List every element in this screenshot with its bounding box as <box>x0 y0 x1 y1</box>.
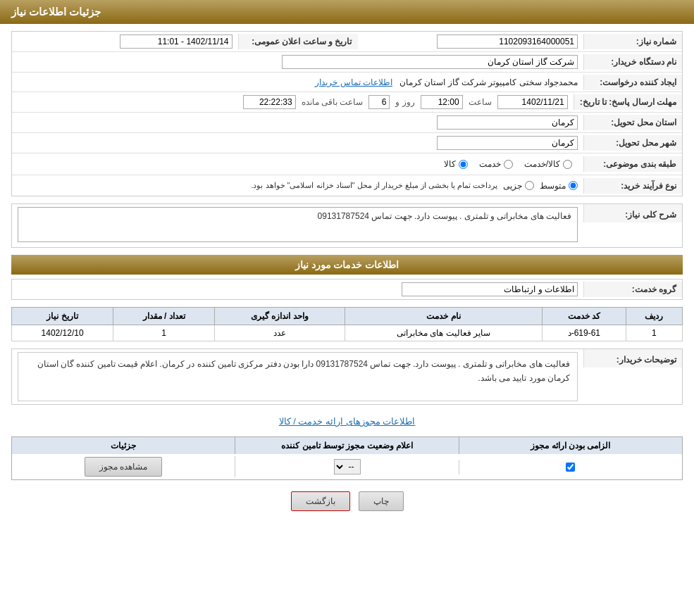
td-row: 1 <box>626 325 682 341</box>
print-button[interactable]: چاپ <box>359 491 404 511</box>
deadline-remaining-label: ساعت باقی مانده <box>302 97 364 107</box>
deadline-remaining-input[interactable] <box>243 95 296 109</box>
perm-status-cell: -- <box>235 456 458 477</box>
row-purchase-type: نوع فرآیند خرید: متوسط جزیی پرداخت تمام … <box>12 175 682 196</box>
buyer-desc-value: فعالیت های مخابراتی و تلمتری . پیوست دار… <box>12 349 583 404</box>
buyer-station-value <box>12 52 583 72</box>
services-section-title: اطلاعات خدمات مورد نیاز <box>11 255 683 275</box>
row-service-group: گروه خدمت: <box>12 279 682 299</box>
province-label: استان محل تحویل: <box>583 115 682 130</box>
need-desc-textarea[interactable]: فعالیت های مخابراتی و تلمتری . پیوست دار… <box>18 207 578 242</box>
date-input[interactable] <box>120 34 233 49</box>
col-date: تاریخ نیاز <box>12 308 113 325</box>
back-button[interactable]: بازگشت <box>291 491 350 511</box>
col-unit: واحد اندازه گیری <box>215 308 345 325</box>
radio-khedmat[interactable]: خدمت <box>479 159 513 169</box>
perm-col-required: الزامی بودن ارائه مجوز <box>459 437 682 454</box>
province-value <box>12 113 583 132</box>
table-row: 1619-61-دسایر فعالیت های مخابراتیعدد1140… <box>12 325 683 341</box>
services-table: ردیف کد خدمت نام خدمت واحد اندازه گیری ت… <box>11 307 683 341</box>
buyer-station-input[interactable] <box>282 55 578 69</box>
permits-section-title[interactable]: اطلاعات مجوزهای ارائه خدمت / کالا <box>11 412 683 431</box>
requester-value: محمدجواد سختی کامپیوتر شرکت گاز استان کر… <box>12 75 583 90</box>
deadline-label: مهلت ارسال پاسخ: تا تاریخ: <box>574 94 682 110</box>
requester-text: محمدجواد سختی کامپیوتر شرکت گاز استان کر… <box>399 77 578 87</box>
view-permit-button[interactable]: مشاهده مجوز <box>85 457 162 477</box>
deadline-days-input[interactable] <box>368 95 390 109</box>
page-wrapper: جزئیات اطلاعات نیاز شماره نیاز: تاریخ و … <box>0 0 694 616</box>
radio-jozii[interactable]: جزیی <box>503 181 534 191</box>
row-deadline: مهلت ارسال پاسخ: تا تاریخ: ساعت روز و سا… <box>12 92 682 113</box>
need-desc-section: شرح کلی نیاز: فعالیت های مخابراتی و تلمت… <box>11 203 683 248</box>
buyer-desc-box: فعالیت های مخابراتی و تلمتری . پیوست دار… <box>18 352 578 401</box>
deadline-date-input[interactable] <box>497 95 568 109</box>
perm-col-status: اعلام وضعیت مجوز توسط تامین کننده <box>235 437 458 454</box>
deadline-time-label: ساعت <box>469 97 492 107</box>
row-category: طبقه بندی موضوعی: کالا/خدمت خدمت کالا <box>12 153 682 175</box>
permits-section: الزامی بودن ارائه مجوز اعلام وضعیت مجوز … <box>11 436 683 480</box>
service-group-input[interactable] <box>402 282 578 296</box>
province-input[interactable] <box>437 115 578 130</box>
row-buyer-station: نام دستگاه خریدار: <box>12 52 682 73</box>
perm-col-details: جزئیات <box>12 437 235 454</box>
services-data-table: ردیف کد خدمت نام خدمت واحد اندازه گیری ت… <box>11 307 683 341</box>
row-need-desc: شرح کلی نیاز: فعالیت های مخابراتی و تلمت… <box>12 204 682 247</box>
purchase-note: پرداخت تمام یا بخشی از مبلغ خریدار از مح… <box>251 178 497 193</box>
radio-kala-khedmat[interactable]: کالا/خدمت <box>524 159 572 169</box>
page-header: جزئیات اطلاعات نیاز <box>0 0 694 24</box>
category-label: طبقه بندی موضوعی: <box>583 156 682 172</box>
need-desc-value: فعالیت های مخابراتی و تلمتری . پیوست دار… <box>12 204 583 247</box>
main-content: شماره نیاز: تاریخ و ساعت اعلان عمومی: نا… <box>0 24 694 529</box>
td-date: 1402/12/10 <box>12 325 113 341</box>
td-unit: عدد <box>215 325 345 341</box>
deadline-time-input[interactable] <box>421 95 463 109</box>
purchase-type-value: متوسط جزیی پرداخت تمام یا بخشی از مبلغ خ… <box>12 175 583 196</box>
col-qty: تعداد / مقدار <box>113 308 215 325</box>
td-code: 619-61-د <box>543 325 626 341</box>
perm-status-select[interactable]: -- <box>334 459 361 474</box>
service-group-value <box>12 279 583 299</box>
category-value: کالا/خدمت خدمت کالا <box>12 153 583 175</box>
buyer-station-label: نام دستگاه خریدار: <box>583 54 682 70</box>
need-number-input[interactable] <box>437 34 578 49</box>
page-title: جزئیات اطلاعات نیاز <box>11 6 101 18</box>
row-city: شهر محل تحویل: <box>12 133 682 153</box>
need-number-value <box>358 32 584 51</box>
action-buttons: چاپ بازگشت <box>11 491 683 511</box>
service-group-section: گروه خدمت: <box>11 279 683 300</box>
col-code: کد خدمت <box>543 308 626 325</box>
city-label: شهر محل تحویل: <box>583 135 682 151</box>
row-requester: ایجاد کننده درخواست: محمدجواد سختی کامپی… <box>12 73 682 92</box>
buyer-desc-label: توضیحات خریدار: <box>583 349 682 367</box>
deadline-value: ساعت روز و ساعت باقی مانده <box>12 92 574 112</box>
purchase-type-label: نوع فرآیند خرید: <box>583 178 682 194</box>
contact-link[interactable]: اطلاعات تماس خریدار <box>315 77 392 87</box>
perm-required-cell <box>459 460 682 474</box>
radio-kala[interactable]: کالا <box>444 159 468 169</box>
td-name: سایر فعالیت های مخابراتی <box>345 325 543 341</box>
permit-row: -- مشاهده مجوز <box>11 454 683 480</box>
buyer-desc-section: توضیحات خریدار: فعالیت های مخابراتی و تل… <box>11 348 683 405</box>
col-name: نام خدمت <box>345 308 543 325</box>
permits-table-header: الزامی بودن ارائه مجوز اعلام وضعیت مجوز … <box>11 436 683 454</box>
need-number-label: شماره نیاز: <box>583 34 682 49</box>
info-section: شماره نیاز: تاریخ و ساعت اعلان عمومی: نا… <box>11 31 683 196</box>
deadline-days-label: روز و <box>395 97 414 107</box>
city-value <box>12 133 583 153</box>
col-row: ردیف <box>626 308 682 325</box>
radio-motevaset[interactable]: متوسط <box>540 181 578 191</box>
row-buyer-desc: توضیحات خریدار: فعالیت های مخابراتی و تل… <box>12 349 682 404</box>
row-need-number: شماره نیاز: تاریخ و ساعت اعلان عمومی: <box>12 32 682 52</box>
city-input[interactable] <box>437 136 578 150</box>
date-label: تاریخ و ساعت اعلان عمومی: <box>238 34 358 49</box>
perm-details-cell: مشاهده مجوز <box>12 454 235 479</box>
perm-required-checkbox[interactable] <box>566 463 575 472</box>
service-group-label: گروه خدمت: <box>583 282 682 297</box>
td-quantity: 1 <box>113 325 215 341</box>
date-value <box>12 32 238 51</box>
row-province: استان محل تحویل: <box>12 113 682 133</box>
need-desc-label: شرح کلی نیاز: <box>583 204 682 222</box>
requester-label: ایجاد کننده درخواست: <box>583 75 682 90</box>
